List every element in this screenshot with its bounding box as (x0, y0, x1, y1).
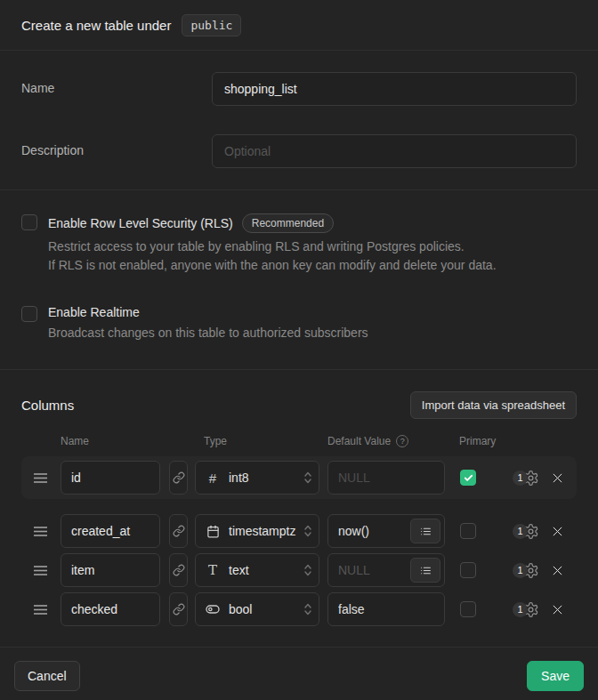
primary-checkbox[interactable] (460, 601, 476, 617)
remove-column-button[interactable] (551, 471, 564, 485)
description-row: Description (21, 134, 577, 168)
columns-title: Columns (21, 398, 74, 413)
schema-badge: public (182, 14, 241, 36)
table-options-section: Enable Row Level Security (RLS) Recommen… (0, 190, 598, 370)
drag-handle-icon[interactable] (34, 604, 48, 616)
chevron-updown-icon (303, 602, 313, 616)
table-description-input[interactable] (212, 134, 577, 168)
primary-row-panel: # int8 1 (21, 456, 577, 499)
description-label: Description (21, 134, 212, 157)
foreign-key-link-icon[interactable] (169, 514, 188, 548)
column-type-select[interactable]: T text (195, 553, 319, 587)
chevron-updown-icon (303, 471, 313, 485)
import-data-button[interactable]: Import data via spreadsheet (410, 391, 577, 419)
realtime-option: Enable Realtime Broadcast changes on thi… (21, 305, 577, 342)
help-icon[interactable]: ? (396, 435, 408, 447)
toggle-icon (205, 602, 221, 616)
recommended-badge: Recommended (242, 213, 334, 233)
chevron-updown-icon (303, 563, 313, 577)
settings-count-badge: 1 (513, 563, 528, 578)
table-name-input[interactable] (212, 72, 577, 106)
column-row-checked: bool 1 (21, 591, 577, 627)
column-name-input[interactable] (61, 461, 160, 495)
column-settings-button[interactable]: 1 (513, 562, 539, 579)
table-details-section: Name Description (0, 51, 598, 190)
drag-handle-icon[interactable] (34, 472, 48, 484)
column-name-input[interactable] (61, 514, 160, 548)
header-type: Type (195, 435, 327, 447)
column-row-id: # int8 1 (21, 460, 577, 495)
column-name-input[interactable] (61, 553, 160, 587)
realtime-checkbox[interactable] (21, 306, 37, 322)
dialog-footer: Cancel Save (0, 647, 598, 700)
header-primary: Primary (459, 435, 496, 447)
rls-option: Enable Row Level Security (RLS) Recommen… (21, 213, 577, 275)
header-default-value: Default Value (327, 435, 391, 447)
column-settings-button[interactable]: 1 (513, 601, 539, 618)
drag-handle-icon[interactable] (34, 526, 48, 537)
realtime-description: Broadcast changes on this table to autho… (48, 324, 368, 342)
settings-count-badge: 1 (513, 602, 528, 617)
column-settings-button[interactable]: 1 (513, 523, 539, 540)
column-row-item: T text 1 (21, 552, 577, 588)
rls-checkbox[interactable] (21, 214, 37, 230)
name-row: Name (21, 72, 577, 106)
remove-column-button[interactable] (551, 525, 564, 538)
cancel-button[interactable]: Cancel (14, 661, 80, 691)
column-type-select[interactable]: timestamptz (195, 514, 319, 548)
chevron-updown-icon (303, 524, 313, 538)
column-name-input[interactable] (61, 592, 160, 626)
default-value-menu-icon[interactable] (410, 519, 440, 543)
drag-handle-icon[interactable] (34, 565, 48, 576)
rls-label: Enable Row Level Security (RLS) (48, 216, 233, 230)
column-row-created-at: timestamptz 1 (21, 513, 577, 549)
column-settings-button[interactable]: 1 (513, 470, 539, 487)
primary-checkbox[interactable] (460, 470, 476, 486)
remove-column-button[interactable] (551, 564, 564, 577)
create-table-dialog: Create a new table under public Name Des… (0, 0, 598, 700)
dialog-header: Create a new table under public (0, 0, 598, 51)
save-button[interactable]: Save (527, 661, 584, 691)
primary-checkbox[interactable] (460, 562, 476, 578)
default-value-input[interactable] (328, 593, 444, 625)
primary-checkbox[interactable] (460, 523, 476, 539)
column-type-select[interactable]: bool (195, 592, 319, 626)
dialog-title: Create a new table under (21, 18, 171, 33)
text-icon: T (205, 562, 221, 578)
foreign-key-link-icon[interactable] (169, 553, 188, 587)
realtime-label: Enable Realtime (48, 305, 140, 319)
foreign-key-link-icon[interactable] (169, 592, 188, 626)
columns-table-headers: Name Type Default Value ? Primary (21, 435, 577, 447)
rls-description: Restrict access to your table by enablin… (48, 237, 497, 275)
default-value-menu-icon[interactable] (410, 558, 440, 583)
foreign-key-link-icon[interactable] (169, 461, 188, 495)
header-name: Name (61, 435, 195, 447)
settings-count-badge: 1 (513, 524, 528, 539)
hash-icon: # (205, 471, 221, 486)
remove-column-button[interactable] (551, 603, 564, 616)
default-value-input[interactable] (328, 462, 444, 494)
calendar-icon (205, 525, 221, 538)
columns-section: Columns Import data via spreadsheet Name… (0, 370, 598, 647)
column-type-select[interactable]: # int8 (195, 461, 319, 495)
settings-count-badge: 1 (513, 471, 528, 486)
name-label: Name (21, 72, 212, 95)
